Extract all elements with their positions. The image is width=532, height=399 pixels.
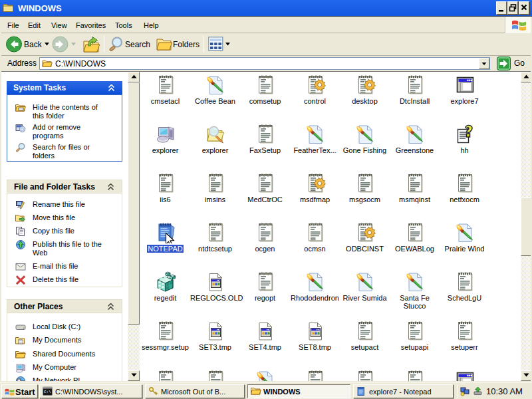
svg-text:C:\: C:\ — [44, 390, 51, 394]
